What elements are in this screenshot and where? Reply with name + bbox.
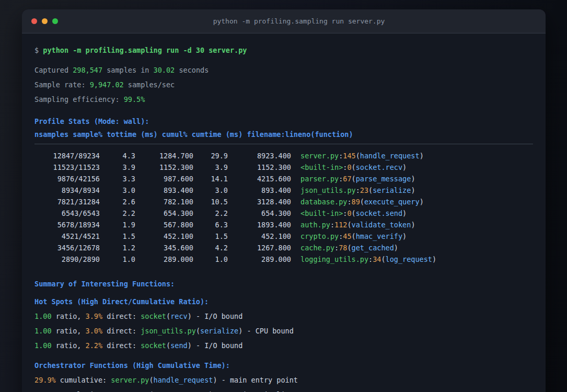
minimize-button[interactable] — [42, 18, 48, 24]
tottime-cell: 893.400 — [135, 185, 193, 196]
function-name: handle_request — [154, 376, 213, 384]
sample-pct-cell: 1.0 — [100, 253, 135, 265]
lineno: 78 — [339, 244, 347, 252]
nsamples-cell: 9876/42156 — [34, 173, 100, 185]
colon: : — [330, 221, 334, 229]
filename: json_utils.py — [300, 186, 356, 194]
direct-label: direct: — [102, 341, 141, 350]
table-row: 7821/312842.6782.10010.53128.400database… — [34, 196, 533, 207]
orchestrator-heading: Orchestrator Functions (High Cumulative … — [34, 358, 533, 373]
tottime-cell: 452.100 — [135, 230, 193, 242]
lineno: 145 — [343, 152, 355, 160]
nsamples-cell: 4521/4521 — [34, 230, 100, 242]
sample-pct-cell: 1.2 — [100, 242, 135, 253]
cumtime-cell: 1267.800 — [228, 242, 291, 253]
ratio-value: 1.00 — [34, 327, 52, 335]
seconds-label: seconds — [175, 66, 209, 74]
bound-note: - I/O bound — [192, 341, 243, 350]
open-paren: ( — [352, 209, 356, 217]
cumul-pct-cell: 1.5 — [193, 230, 228, 242]
direct-pct: 3.0% — [86, 327, 103, 335]
samples-count: 298,547 — [73, 66, 102, 74]
command-line: $python -m profiling.sampling run -d 30 … — [34, 43, 533, 57]
open-paren: ( — [149, 376, 153, 384]
function-name: execute_query — [364, 198, 420, 206]
close-paren: ) — [411, 186, 415, 194]
tottime-cell: 987.600 — [135, 173, 193, 185]
filename: server.py — [300, 152, 339, 160]
table-row: 8934/89343.0893.4003.0893.400json_utils.… — [34, 185, 533, 196]
function-name: hmac_verify — [356, 232, 402, 240]
close-paren: ) — [402, 232, 407, 240]
cumul-pct-cell: 14.1 — [193, 173, 228, 185]
window-titlebar[interactable]: python -m profiling.sampling run server.… — [22, 9, 546, 33]
location-cell: cache.py:78(get_cached) — [300, 244, 398, 252]
location-cell: <built-in>:0(socket.recv) — [300, 163, 407, 171]
tottime-cell: 1152.300 — [135, 162, 193, 173]
function-name: send — [170, 341, 188, 350]
target-name: socket — [141, 312, 166, 320]
terminal-output[interactable]: $python -m profiling.sampling run -d 30 … — [22, 33, 546, 392]
nsamples-cell: 5678/18934 — [34, 219, 100, 230]
function-name: handle_request — [360, 152, 420, 160]
direct-label: direct: — [102, 327, 141, 335]
table-row: 5678/189341.9567.8006.31893.400auth.py:1… — [34, 219, 533, 230]
nsamples-cell: 11523/11523 — [34, 162, 100, 173]
function-name: parse_message — [356, 175, 411, 183]
efficiency-label: Sampling efficiency: — [34, 95, 124, 103]
open-paren: ( — [347, 221, 351, 229]
function-name: serialize — [200, 327, 238, 335]
table-row: 3456/126781.2345.6004.21267.800cache.py:… — [34, 242, 533, 253]
open-paren: ( — [196, 327, 200, 335]
summary-heading: Summary of Interesting Functions: — [34, 276, 533, 291]
sample-pct-cell: 1.9 — [100, 219, 135, 230]
colon: : — [356, 186, 360, 194]
hot-spot-line: 1.00 ratio, 3.9% direct: socket(recv) - … — [34, 309, 533, 324]
nsamples-cell: 8934/8934 — [34, 185, 100, 196]
direct-pct: 3.9% — [86, 312, 103, 320]
tottime-cell: 345.600 — [135, 242, 193, 253]
close-paren: ) — [420, 198, 424, 206]
cumul-pct-cell: 10.5 — [193, 196, 228, 207]
command-text: python -m profiling.sampling run -d 30 s… — [43, 46, 247, 54]
table-row: 6543/65432.2654.3002.2654.300<built-in>:… — [34, 207, 533, 219]
function-name: serialize — [373, 186, 411, 194]
function-name: socket.send — [356, 209, 402, 217]
sample-rate-unit: samples/sec — [124, 80, 175, 89]
duration-value: 30.02 — [154, 66, 175, 74]
close-paren: ) — [411, 175, 415, 183]
close-paren: ) — [420, 152, 424, 160]
colon: : — [368, 255, 373, 263]
bound-note: - CPU bound — [242, 327, 294, 335]
cumulative-label: cumulative: — [56, 376, 111, 384]
sample-pct-cell: 3.0 — [100, 185, 135, 196]
function-name: validate_token — [352, 221, 411, 229]
close-paren: ) — [402, 209, 407, 217]
maximize-button[interactable] — [52, 18, 58, 24]
location-cell: logging_utils.py:34(log_request) — [300, 255, 436, 263]
lineno: 89 — [352, 198, 360, 206]
function-name: log_request — [386, 255, 432, 263]
ratio-label: ratio, — [52, 341, 86, 350]
cumtime-cell: 3128.400 — [228, 196, 291, 207]
close-paren: ) — [188, 341, 192, 350]
close-paren: ) — [188, 312, 192, 320]
tottime-cell: 782.100 — [135, 196, 193, 207]
hot-spot-line: 1.00 ratio, 2.2% direct: socket(send) - … — [34, 338, 533, 353]
location-cell: json_utils.py:23(serialize) — [300, 186, 415, 194]
close-paren: ) — [394, 244, 398, 252]
direct-pct: 2.2% — [86, 341, 103, 350]
nsamples-cell: 12847/89234 — [34, 150, 100, 162]
location-cell: auth.py:112(validate_token) — [300, 221, 415, 229]
table-divider — [34, 144, 533, 144]
lineno: 0 — [347, 163, 351, 171]
filename: <built-in> — [300, 163, 343, 171]
cumtime-cell: 8923.400 — [228, 150, 291, 162]
cumtime-cell: 452.100 — [228, 230, 291, 242]
tottime-cell: 1284.700 — [135, 150, 193, 162]
open-paren: ( — [352, 163, 356, 171]
filename: parser.py — [300, 175, 339, 183]
bound-note: - I/O bound — [192, 312, 243, 320]
close-button[interactable] — [31, 18, 37, 24]
open-paren: ( — [166, 312, 170, 320]
